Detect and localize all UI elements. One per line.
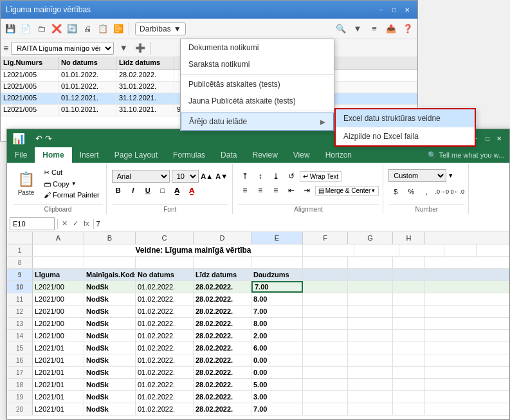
filter-icon[interactable]: 🔍	[334, 22, 348, 36]
cell-19-f[interactable]	[303, 391, 348, 403]
cell-17-c[interactable]: 01.02.2022.	[136, 367, 194, 378]
cell-13-f[interactable]	[303, 318, 348, 329]
font-name-select[interactable]: Arial	[112, 170, 170, 183]
cell-15-a[interactable]: L2021/01	[33, 342, 84, 354]
cell-11-e[interactable]: 8.00	[251, 293, 303, 305]
cell-1-a[interactable]	[33, 244, 84, 256]
align-bottom-button[interactable]: ⤓	[269, 170, 283, 183]
cell-11-d[interactable]: 28.02.2022.	[194, 293, 251, 305]
cell-12-b[interactable]: NodSk	[84, 306, 136, 317]
cell-14-c[interactable]: 01.02.2022.	[136, 330, 194, 342]
help-icon[interactable]: ❓	[401, 22, 415, 36]
cell-10-a[interactable]: L2021/00	[33, 281, 84, 293]
cell-19-g[interactable]	[348, 391, 393, 403]
increase-decimal-button[interactable]: 0←.0	[450, 185, 464, 198]
submenu-item-aizpilde[interactable]: Aizpilde no Excel faila	[336, 127, 475, 145]
cell-11-c[interactable]: 01.02.2022.	[136, 293, 194, 305]
cell-14-h[interactable]	[393, 330, 425, 342]
cancel-formula-icon[interactable]: ✕	[60, 218, 69, 229]
tab-formulas[interactable]: Formulas	[165, 147, 213, 163]
align-middle-button[interactable]: ↕	[253, 170, 268, 183]
undo-icon[interactable]: ↶	[35, 134, 42, 143]
cell-12-g[interactable]	[348, 306, 393, 317]
cell-17-a[interactable]: L2021/01	[33, 367, 84, 378]
cell-17-f[interactable]	[303, 367, 348, 378]
decrease-font-button[interactable]: A▼	[215, 170, 228, 183]
cell-20-c[interactable]: 01.02.2022.	[136, 403, 194, 415]
cell-8-g[interactable]	[348, 257, 393, 268]
cell-13-b[interactable]: NodSk	[84, 318, 136, 329]
text-rotate-button[interactable]: ↺	[284, 170, 298, 183]
cell-18-f[interactable]	[303, 379, 348, 390]
format-painter-button[interactable]: 🖌 Format Painter	[41, 190, 102, 200]
cell-17-h[interactable]	[393, 367, 425, 378]
col-header-f[interactable]: F	[303, 232, 348, 244]
toolbar-icon-6[interactable]: 🖨	[80, 22, 95, 36]
cell-20-f[interactable]	[303, 403, 348, 415]
cell-10-e[interactable]: 7.00	[251, 281, 303, 293]
col-header-d[interactable]: D	[194, 232, 251, 244]
cell-9-c[interactable]: No datums	[136, 269, 194, 280]
cell-1-f[interactable]	[354, 244, 399, 256]
decrease-indent-button[interactable]: ⇤	[284, 184, 298, 197]
cell-11-h[interactable]	[393, 293, 425, 305]
toolbar-icon-2[interactable]: 📄	[19, 22, 33, 36]
filter3-icon[interactable]: ≡	[367, 22, 381, 36]
cell-16-d[interactable]: 28.02.2022.	[194, 354, 251, 366]
menu-item-saraksta[interactable]: Saraksta notikumi	[181, 56, 334, 73]
cell-9-b[interactable]: Mainīgais.Kods	[84, 269, 136, 280]
cell-8-c[interactable]	[136, 257, 194, 268]
cell-15-g[interactable]	[348, 342, 393, 354]
cell-9-g[interactable]	[348, 269, 393, 280]
currency-button[interactable]: $	[388, 185, 403, 198]
cell-1-e[interactable]	[303, 244, 354, 256]
bold-button[interactable]: B	[112, 184, 125, 197]
cell-16-g[interactable]	[348, 354, 393, 366]
menu-item-dokumenta[interactable]: Dokumenta notikumi	[181, 39, 334, 56]
cell-16-e[interactable]: 0.00	[251, 354, 303, 366]
cell-19-b[interactable]: NodSk	[84, 391, 136, 403]
cell-8-a[interactable]	[33, 257, 84, 268]
cell-20-e[interactable]: 7.00	[251, 403, 303, 415]
cell-12-h[interactable]	[393, 306, 425, 317]
cell-20-h[interactable]	[393, 403, 425, 415]
toolbar-icon-1[interactable]: 💾	[3, 22, 17, 36]
cell-1-h[interactable]	[444, 244, 477, 256]
cell-17-d[interactable]: 28.02.2022.	[194, 367, 251, 378]
insert-function-icon[interactable]: fx	[82, 218, 91, 229]
cell-16-f[interactable]	[303, 354, 348, 366]
cell-18-h[interactable]	[393, 379, 425, 390]
merge-center-button[interactable]: ▤ Merge & Center ▼	[315, 186, 379, 196]
cell-15-d[interactable]: 28.02.2022.	[194, 342, 251, 354]
cell-10-d[interactable]: 28.02.2022.	[194, 281, 251, 293]
cell-9-f[interactable]	[303, 269, 348, 280]
submenu-item-excel-structure[interactable]: Excel datu struktūras veidne	[336, 109, 475, 127]
cell-14-g[interactable]	[348, 330, 393, 342]
cell-15-b[interactable]: NodSk	[84, 342, 136, 354]
increase-font-button[interactable]: A▲	[201, 170, 214, 183]
cell-14-f[interactable]	[303, 330, 348, 342]
name-box[interactable]	[10, 217, 55, 230]
cell-19-e[interactable]: 3.00	[251, 391, 303, 403]
cell-8-b[interactable]	[84, 257, 136, 268]
formula-input[interactable]	[96, 217, 507, 230]
cell-18-b[interactable]: NodSk	[84, 379, 136, 390]
tab-file[interactable]: File	[7, 147, 35, 163]
cell-8-d[interactable]	[194, 257, 251, 268]
cell-10-f[interactable]	[303, 281, 348, 293]
cell-11-f[interactable]	[303, 293, 348, 305]
cell-10-g[interactable]	[348, 281, 393, 293]
cell-10-c[interactable]: 01.02.2022.	[136, 281, 194, 293]
font-size-select[interactable]: 10	[172, 170, 199, 183]
col-header-g[interactable]: G	[348, 232, 393, 244]
combo-arrow-icon[interactable]: ▼	[116, 41, 131, 55]
cell-18-c[interactable]: 01.02.2022.	[136, 379, 194, 390]
cell-13-e[interactable]: 8.00	[251, 318, 303, 329]
cell-15-e[interactable]: 6.00	[251, 342, 303, 354]
cell-20-b[interactable]: NodSk	[84, 403, 136, 415]
cell-17-g[interactable]	[348, 367, 393, 378]
filter2-icon[interactable]: ▼	[351, 22, 365, 36]
minimize-button[interactable]: −	[376, 5, 387, 15]
italic-button[interactable]: I	[127, 184, 140, 197]
wrap-text-button[interactable]: ↵ Wrap Text	[300, 171, 342, 182]
